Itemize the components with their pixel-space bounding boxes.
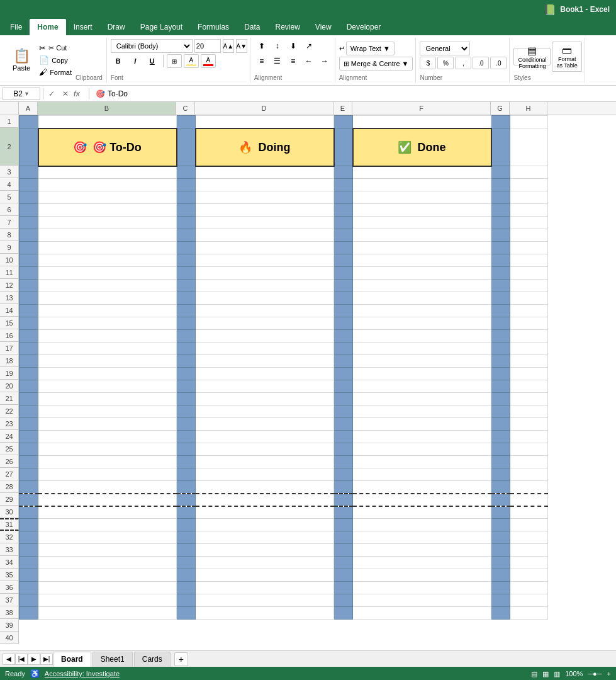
col-header-e[interactable]: E xyxy=(333,102,352,115)
row-12[interactable]: 12 xyxy=(0,279,19,292)
row-23[interactable]: 23 xyxy=(0,417,19,430)
zoom-in[interactable]: + xyxy=(607,670,611,677)
row-18[interactable]: 18 xyxy=(0,354,19,367)
cell-g1[interactable] xyxy=(491,116,510,128)
align-bottom-button[interactable]: ⬇ xyxy=(286,39,301,53)
row-36[interactable]: 36 xyxy=(0,581,19,594)
row-8[interactable]: 8 xyxy=(0,229,19,241)
format-as-table-button[interactable]: 🗃 Format as Table xyxy=(552,42,581,72)
row-9[interactable]: 9 xyxy=(0,241,19,254)
font-size-decrease[interactable]: A▼ xyxy=(236,39,247,53)
tab-nav-prev[interactable]: ◀ xyxy=(3,654,15,665)
border-color-button[interactable]: ⊞ xyxy=(167,54,182,68)
sheet-tab-sheet1[interactable]: Sheet1 xyxy=(92,652,133,667)
row-30[interactable]: 30 xyxy=(0,506,19,518)
row-13[interactable]: 13 xyxy=(0,292,19,304)
formula-cancel[interactable]: ✕ xyxy=(60,89,71,98)
row-32[interactable]: 32 xyxy=(0,531,19,543)
row-3[interactable]: 3 xyxy=(0,166,19,178)
accounting-button[interactable]: $ xyxy=(420,57,436,69)
copy-button[interactable]: 📄 Copy xyxy=(36,55,74,65)
cell-d1[interactable] xyxy=(196,116,334,128)
text-rotate-button[interactable]: ↗ xyxy=(301,39,316,53)
row-15[interactable]: 15 xyxy=(0,317,19,329)
decimal-decrease-button[interactable]: .0 xyxy=(490,57,507,69)
col-header-g[interactable]: G xyxy=(491,102,510,115)
font-family-select[interactable]: Calibri (Body) xyxy=(111,39,193,53)
row-19[interactable]: 19 xyxy=(0,367,19,380)
kanban-doing-header[interactable]: 🔥 Doing xyxy=(196,128,334,166)
row-10[interactable]: 10 xyxy=(0,254,19,266)
decimal-increase-button[interactable]: .0 xyxy=(473,57,489,69)
row-38[interactable]: 38 xyxy=(0,606,19,619)
row-1[interactable]: 1 xyxy=(0,115,19,128)
cell-h1[interactable] xyxy=(510,116,548,128)
merge-center-button[interactable]: ⊞ Merge & Centre ▼ xyxy=(339,57,413,71)
tab-developer[interactable]: Developer xyxy=(339,19,389,35)
row-26[interactable]: 26 xyxy=(0,455,19,468)
row-21[interactable]: 21 xyxy=(0,392,19,405)
row-5[interactable]: 5 xyxy=(0,191,19,203)
tab-file[interactable]: File xyxy=(3,19,30,35)
row-33[interactable]: 33 xyxy=(0,543,19,556)
sheet-tab-board[interactable]: Board xyxy=(53,652,91,667)
comma-button[interactable]: , xyxy=(455,57,471,69)
tab-insert[interactable]: Insert xyxy=(66,19,100,35)
cell-c2[interactable] xyxy=(177,128,196,166)
align-center-button[interactable]: ☰ xyxy=(270,54,285,68)
cell-b1[interactable] xyxy=(38,116,177,128)
conditional-formatting-button[interactable]: ▤ Conditional Formatting xyxy=(513,48,551,65)
tab-data[interactable]: Data xyxy=(237,19,267,35)
cut-button[interactable]: ✂ ✂ Cut xyxy=(36,43,74,54)
row-40[interactable]: 40 xyxy=(0,632,19,644)
wrap-text-button[interactable]: Wrap Text ▼ xyxy=(346,42,395,55)
cell-reference-box[interactable]: B2 ▼ xyxy=(3,88,40,100)
align-middle-button[interactable]: ↕ xyxy=(270,39,285,53)
row-22[interactable]: 22 xyxy=(0,405,19,417)
formula-check[interactable]: ✓ xyxy=(46,89,57,98)
row-7[interactable]: 7 xyxy=(0,216,19,229)
align-left-button[interactable]: ≡ xyxy=(254,54,269,68)
row-20[interactable]: 20 xyxy=(0,380,19,392)
tab-nav-next[interactable]: ▶ xyxy=(28,654,40,665)
view-normal[interactable]: ▤ xyxy=(531,670,537,678)
cell-g2[interactable] xyxy=(491,128,510,166)
row-4[interactable]: 4 xyxy=(0,178,19,191)
percent-button[interactable]: % xyxy=(437,57,454,69)
tab-review[interactable]: Review xyxy=(267,19,307,35)
row-14[interactable]: 14 xyxy=(0,304,19,317)
add-sheet-button[interactable]: + xyxy=(174,652,188,666)
cell-e2[interactable] xyxy=(334,128,353,166)
indent-decrease-button[interactable]: ← xyxy=(301,54,316,68)
cell-f1[interactable] xyxy=(353,116,491,128)
col-header-f[interactable]: F xyxy=(352,102,491,115)
col-header-d[interactable]: D xyxy=(195,102,333,115)
zoom-slider[interactable]: ─●─ xyxy=(588,670,602,677)
number-format-select[interactable]: General xyxy=(420,42,470,55)
format-painter-button[interactable]: 🖌 Format xyxy=(36,67,74,77)
kanban-todo-header[interactable]: 🎯 🎯 To-Do xyxy=(38,128,177,166)
tab-draw[interactable]: Draw xyxy=(100,19,133,35)
kanban-done-header[interactable]: ✅ Done xyxy=(353,128,491,166)
tab-view[interactable]: View xyxy=(308,19,339,35)
font-size-increase[interactable]: A▲ xyxy=(223,39,234,53)
col-header-a[interactable]: A xyxy=(19,102,38,115)
row-2[interactable]: 2 xyxy=(0,128,19,166)
row-6[interactable]: 6 xyxy=(0,203,19,216)
row-35[interactable]: 35 xyxy=(0,569,19,581)
view-page-break[interactable]: ▥ xyxy=(554,670,560,678)
indent-increase-button[interactable]: → xyxy=(317,54,332,68)
cell-e1[interactable] xyxy=(334,116,353,128)
tab-nav-first[interactable]: |◀ xyxy=(15,654,28,665)
formula-content[interactable]: 🎯 To-Do xyxy=(92,89,613,98)
col-header-c[interactable]: C xyxy=(176,102,195,115)
tab-page-layout[interactable]: Page Layout xyxy=(133,19,190,35)
row-11[interactable]: 11 xyxy=(0,266,19,279)
row-29[interactable]: 29 xyxy=(0,493,19,506)
underline-button[interactable]: U xyxy=(145,54,160,68)
col-header-b[interactable]: B xyxy=(38,102,176,115)
align-right-button[interactable]: ≡ xyxy=(286,54,301,68)
paste-button[interactable]: 📋 Paste xyxy=(8,39,35,81)
cell-h2[interactable] xyxy=(510,128,548,166)
font-size-input[interactable] xyxy=(194,39,221,53)
